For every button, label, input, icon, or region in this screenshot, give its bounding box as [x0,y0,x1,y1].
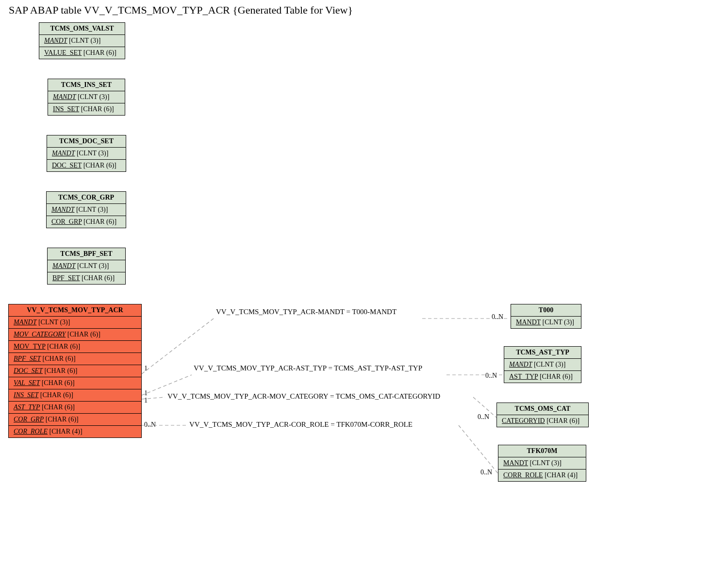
entity-header: TCMS_OMS_VALST [39,23,125,35]
entity-header: TFK070M [498,445,586,457]
entity-header: TCMS_INS_SET [48,79,125,91]
entity-field: COR_GRP [CHAR (6)] [47,216,126,228]
entity-header: TCMS_BPF_SET [48,248,125,260]
entity-field: CORR_ROLE [CHAR (4)] [498,470,586,481]
entity-vv-v-tcms-mov-typ-acr: VV_V_TCMS_MOV_TYP_ACR MANDT [CLNT (3)] M… [8,304,142,438]
cardinality: 0..N [492,313,503,321]
entity-header: T000 [511,304,581,317]
cardinality: 0..N [485,372,497,380]
entity-header: TCMS_COR_GRP [47,192,126,204]
entity-header: TCMS_AST_TYP [504,347,581,359]
entity-field: INS_SET [CHAR (6)] [48,103,125,115]
entity-field: MOV_TYP [CHAR (6)] [9,341,141,353]
entity-tcms-doc-set: TCMS_DOC_SET MANDT [CLNT (3)] DOC_SET [C… [47,135,126,172]
entity-tcms-oms-cat: TCMS_OMS_CAT CATEGORYID [CHAR (6)] [496,403,589,427]
cardinality: 1 [144,365,148,372]
entity-field: MANDT [CLNT (3)] [39,35,125,47]
entity-t000: T000 MANDT [CLNT (3)] [511,304,581,329]
entity-field: MANDT [CLNT (3)] [511,317,581,328]
entity-field: DOC_SET [CHAR (6)] [9,365,141,377]
entity-tcms-ins-set: TCMS_INS_SET MANDT [CLNT (3)] INS_SET [C… [48,79,125,116]
entity-header: TCMS_OMS_CAT [497,403,588,415]
entity-field: MANDT [CLNT (3)] [9,317,141,329]
entity-field: MOV_CATEGORY [CHAR (6)] [9,329,141,341]
cardinality: 1 [144,397,148,404]
entity-field: AST_TYP [CHAR (6)] [9,402,141,414]
entity-field: MANDT [CLNT (3)] [48,91,125,103]
cardinality: 1 [144,389,148,397]
entity-field: MANDT [CLNT (3)] [498,457,586,470]
entity-field: MANDT [CLNT (3)] [48,260,125,272]
entity-tfk070m: TFK070M MANDT [CLNT (3)] CORR_ROLE [CHAR… [498,445,586,482]
entity-field: MANDT [CLNT (3)] [504,359,581,371]
entity-field: MANDT [CLNT (3)] [47,204,126,216]
entity-header: TCMS_DOC_SET [47,135,126,148]
svg-line-7 [459,425,498,473]
cardinality: 0..N [478,413,489,421]
relation-label: VV_V_TCMS_MOV_TYP_ACR-MOV_CATEGORY = TCM… [167,392,440,401]
entity-field: VALUE_SET [CHAR (6)] [39,47,125,59]
entity-field: VAL_SET [CHAR (6)] [9,377,141,389]
relation-label: VV_V_TCMS_MOV_TYP_ACR-MANDT = T000-MANDT [216,308,397,316]
entity-field: CATEGORYID [CHAR (6)] [497,415,588,427]
entity-field: COR_ROLE [CHAR (4)] [9,426,141,437]
entity-tcms-ast-typ: TCMS_AST_TYP MANDT [CLNT (3)] AST_TYP [C… [504,346,581,383]
entity-tcms-cor-grp: TCMS_COR_GRP MANDT [CLNT (3)] COR_GRP [C… [46,191,126,228]
entity-field: AST_TYP [CHAR (6)] [504,371,581,383]
entity-tcms-oms-valst: TCMS_OMS_VALST MANDT [CLNT (3)] VALUE_SE… [39,22,125,59]
cardinality: 0..N [144,421,156,429]
cardinality: 0..N [480,469,492,476]
entity-field: MANDT [CLNT (3)] [47,148,126,160]
entity-field: BPF_SET [CHAR (6)] [9,353,141,365]
entity-field: INS_SET [CHAR (6)] [9,389,141,402]
page-title: SAP ABAP table VV_V_TCMS_MOV_TYP_ACR {Ge… [9,4,353,17]
entity-field: COR_GRP [CHAR (6)] [9,414,141,426]
relation-label: VV_V_TCMS_MOV_TYP_ACR-AST_TYP = TCMS_AST… [194,364,422,372]
entity-tcms-bpf-set: TCMS_BPF_SET MANDT [CLNT (3)] BPF_SET [C… [47,248,126,285]
entity-header: VV_V_TCMS_MOV_TYP_ACR [9,304,141,317]
relation-label: VV_V_TCMS_MOV_TYP_ACR-COR_ROLE = TFK070M… [189,420,413,429]
entity-field: DOC_SET [CHAR (6)] [47,160,126,171]
entity-field: BPF_SET [CHAR (6)] [48,272,125,284]
